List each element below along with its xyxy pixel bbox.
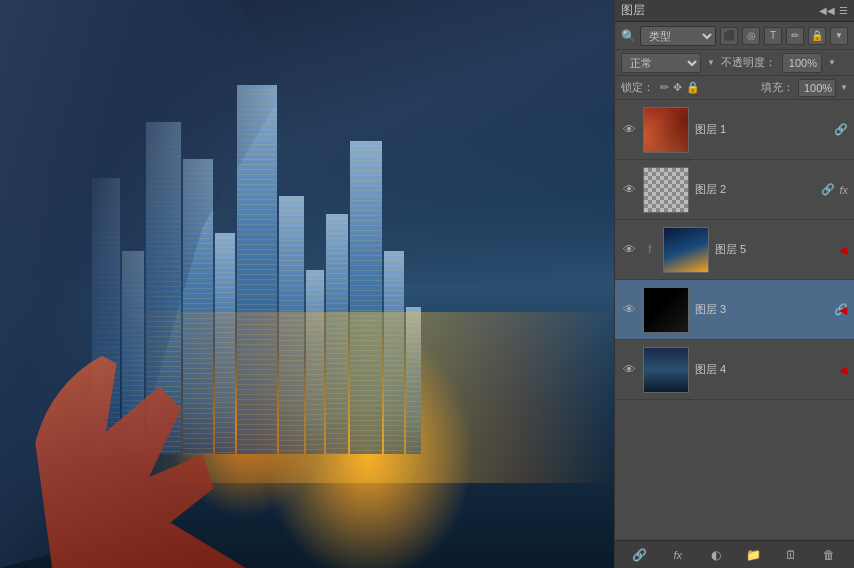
layer-3-shape <box>644 288 689 333</box>
filter-icon-5[interactable]: 🔒 <box>808 27 826 45</box>
layer-3-name: 图层 3 <box>695 302 828 317</box>
layer-2-actions: 🔗 fx <box>821 183 848 196</box>
main-container: 图层 ◀◀ ☰ 🔍 类型 ⬛ ◎ T ✏ 🔒 ▼ <box>0 0 854 568</box>
filter-icon-3[interactable]: T <box>764 27 782 45</box>
panel-lock-toolbar: 锁定： ✏ ✥ 🔒 填充： ▼ <box>615 76 854 100</box>
layer-row-2[interactable]: 👁 图层 2 🔗 fx <box>615 160 854 220</box>
opacity-input[interactable] <box>782 53 822 73</box>
layer-3-thumbnail <box>643 287 689 333</box>
lock-draw-icon[interactable]: ✏ <box>660 81 669 94</box>
layer-1-thumbnail <box>643 107 689 153</box>
layer-4-name: 图层 4 <box>695 362 848 377</box>
filter-icon-1[interactable]: ⬛ <box>720 27 738 45</box>
bottom-new-layer-icon[interactable]: 🗓 <box>780 544 802 566</box>
panel-bottom-toolbar: 🔗 fx ◐ 📁 🗓 🗑 <box>615 540 854 568</box>
layer-3-arrow: ◄ <box>836 302 850 318</box>
layer-row-1[interactable]: 👁 图层 1 🔗 <box>615 100 854 160</box>
blend-mode-select[interactable]: 正常 <box>621 53 701 73</box>
layer-5-link-bar: f <box>643 244 657 255</box>
bottom-delete-icon[interactable]: 🗑 <box>818 544 840 566</box>
bottom-link-icon[interactable]: 🔗 <box>629 544 651 566</box>
fill-label: 填充： <box>761 80 794 95</box>
layer-row-5[interactable]: 👁 f 图层 5 ◄ <box>615 220 854 280</box>
layer-2-visibility-icon[interactable]: 👁 <box>621 182 637 198</box>
layer-4-info: 图层 4 <box>695 362 848 377</box>
layer-3-visibility-icon[interactable]: 👁 <box>621 302 637 318</box>
filter-icon-4[interactable]: ✏ <box>786 27 804 45</box>
layer-row-4[interactable]: 👁 图层 4 ◄ <box>615 340 854 400</box>
layer-2-thumbnail <box>643 167 689 213</box>
layer-1-info: 图层 1 <box>695 122 828 137</box>
layer-5-arrow: ◄ <box>836 242 850 258</box>
panel-menu-icon[interactable]: ☰ <box>839 5 848 16</box>
layer-2-info: 图层 2 <box>695 182 815 197</box>
opacity-arrow: ▼ <box>828 58 836 67</box>
canvas-image <box>0 0 614 568</box>
panel-title-icons: ◀◀ ☰ <box>819 5 848 16</box>
layer-row-3[interactable]: 👁 图层 3 🔗 ◄ <box>615 280 854 340</box>
lock-move-icon[interactable]: ✥ <box>673 81 682 94</box>
layer-2-fx-icon[interactable]: fx <box>839 184 848 196</box>
search-icon: 🔍 <box>621 29 636 43</box>
lock-all-icon[interactable]: 🔒 <box>686 81 700 94</box>
layer-2-name: 图层 2 <box>695 182 815 197</box>
layer-5-thumbnail <box>663 227 709 273</box>
layer-4-arrow: ◄ <box>836 362 850 378</box>
panel-titlebar: 图层 ◀◀ ☰ <box>615 0 854 22</box>
layer-3-info: 图层 3 <box>695 302 828 317</box>
panel-collapse-btn[interactable]: ◀◀ <box>819 5 835 16</box>
layers-list[interactable]: 👁 图层 1 🔗 👁 图层 2 <box>615 100 854 540</box>
panels-area: 图层 ◀◀ ☰ 🔍 类型 ⬛ ◎ T ✏ 🔒 ▼ <box>614 0 854 568</box>
canvas-area[interactable] <box>0 0 614 568</box>
lock-label: 锁定： <box>621 80 654 95</box>
layer-4-thumbnail <box>643 347 689 393</box>
layer-1-link-icon[interactable]: 🔗 <box>834 123 848 136</box>
panel-blend-toolbar: 正常 ▼ 不透明度： ▼ <box>615 50 854 76</box>
blend-mode-arrow: ▼ <box>707 58 715 67</box>
fill-input[interactable] <box>798 79 836 97</box>
panel-filter-toolbar: 🔍 类型 ⬛ ◎ T ✏ 🔒 ▼ <box>615 22 854 50</box>
filter-icon-6[interactable]: ▼ <box>830 27 848 45</box>
layer-1-actions: 🔗 <box>834 123 848 136</box>
panel-title: 图层 <box>621 2 645 19</box>
layer-5-name: 图层 5 <box>715 242 848 257</box>
layers-panel: 图层 ◀◀ ☰ 🔍 类型 ⬛ ◎ T ✏ 🔒 ▼ <box>615 0 854 568</box>
opacity-label: 不透明度： <box>721 55 776 70</box>
bottom-group-icon[interactable]: 📁 <box>742 544 764 566</box>
layer-1-name: 图层 1 <box>695 122 828 137</box>
filter-select[interactable]: 类型 <box>640 26 716 46</box>
layer-1-visibility-icon[interactable]: 👁 <box>621 122 637 138</box>
filter-icon-2[interactable]: ◎ <box>742 27 760 45</box>
layer-4-visibility-icon[interactable]: 👁 <box>621 362 637 378</box>
layer-5-info: 图层 5 <box>715 242 848 257</box>
fill-arrow: ▼ <box>840 83 848 92</box>
layer-2-link-icon[interactable]: 🔗 <box>821 183 835 196</box>
bottom-fx-icon[interactable]: fx <box>667 544 689 566</box>
layer-5-visibility-icon[interactable]: 👁 <box>621 242 637 258</box>
bottom-adjustment-icon[interactable]: ◐ <box>705 544 727 566</box>
